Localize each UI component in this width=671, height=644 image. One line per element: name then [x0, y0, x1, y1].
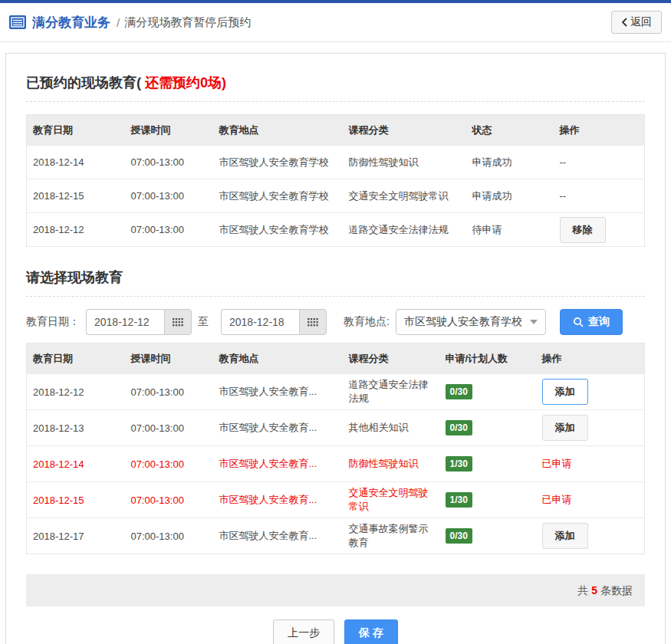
caret-down-icon	[530, 320, 538, 324]
add-button[interactable]: 添加	[542, 523, 588, 549]
table-row: 2018-12-17 07:00-13:00 市区驾驶人安全教育... 交通事故…	[27, 518, 645, 554]
date-filter-label: 教育日期：	[26, 315, 80, 329]
column-header-place: 教育地点	[213, 343, 343, 374]
column-header-action: 操作	[536, 343, 645, 374]
quota-badge: 0/30	[446, 528, 472, 544]
cell-place: 市区驾驶人安全教育学校	[213, 146, 343, 179]
table-row: 2018-12-12 07:00-13:00 市区驾驶人安全教育... 道路交通…	[27, 374, 645, 410]
column-header-status: 状态	[466, 115, 554, 146]
cell-time: 07:00-13:00	[125, 446, 213, 482]
date-from-group	[86, 309, 192, 335]
query-button-label: 查询	[588, 315, 610, 329]
cell-action: 已申请	[536, 446, 645, 482]
cell-quota: 1/30	[439, 446, 536, 482]
cell-place: 市区驾驶人安全教育学校	[213, 179, 343, 213]
footer-actions: 上一步 保 存	[26, 619, 645, 644]
add-button[interactable]: 添加	[542, 415, 588, 441]
cell-time: 07:00-13:00	[125, 410, 213, 446]
cell-quota: 0/30	[439, 518, 536, 554]
applied-status: 已申请	[542, 494, 572, 505]
cell-time: 07:00-13:00	[125, 146, 213, 179]
cell-course: 交通安全文明驾驶常识	[343, 179, 466, 213]
dashed-divider	[26, 296, 645, 297]
back-button[interactable]: 返回	[611, 11, 662, 34]
cell-action: 添加	[536, 410, 645, 446]
cell-date: 2018-12-12	[27, 213, 125, 247]
date-to-calendar-button[interactable]	[299, 309, 327, 335]
date-from-input[interactable]	[86, 309, 164, 335]
cell-place: 市区驾驶人安全教育...	[213, 518, 343, 554]
available-table: 教育日期 授课时间 教育地点 课程分类 申请/计划人数 操作 2018-12-1…	[26, 343, 645, 554]
cell-action: 已申请	[536, 482, 645, 518]
cell-action: 添加	[536, 518, 645, 554]
date-from-calendar-button[interactable]	[164, 309, 192, 335]
cell-action-none: --	[554, 179, 645, 213]
applied-status: 已申请	[542, 458, 572, 469]
cell-course: 交通安全文明驾驶常识	[343, 482, 439, 518]
back-button-label: 返回	[630, 15, 652, 29]
cell-action: 移除	[554, 213, 645, 247]
booked-table: 教育日期 授课时间 教育地点 课程分类 状态 操作 2018-12-14 07:…	[26, 114, 645, 247]
quota-badge: 0/30	[446, 420, 472, 435]
table-row: 2018-12-13 07:00-13:00 市区驾驶人安全教育... 其他相关…	[27, 410, 645, 446]
chevron-left-icon	[621, 18, 627, 27]
table-row: 2018-12-15 07:00-13:00 市区驾驶人安全教育... 交通安全…	[27, 482, 645, 518]
cell-date: 2018-12-12	[27, 374, 125, 410]
column-header-time: 授课时间	[125, 343, 213, 374]
column-header-course: 课程分类	[343, 115, 466, 146]
cell-status: 待申请	[466, 213, 554, 247]
content-card: 已预约的现场教育( 还需预约0场) 教育日期 授课时间 教育地点 课程分类 状态…	[5, 53, 666, 644]
date-to-group	[221, 309, 327, 335]
query-button[interactable]: 查询	[560, 309, 623, 335]
calendar-grid-icon	[173, 318, 183, 327]
column-header-date: 教育日期	[27, 343, 125, 374]
cell-time: 07:00-13:00	[125, 374, 213, 410]
dashed-divider	[26, 101, 645, 102]
cell-quota: 0/30	[439, 374, 536, 410]
date-to-input[interactable]	[221, 309, 299, 335]
location-select-value: 市区驾驶人安全教育学校	[404, 315, 522, 329]
add-button[interactable]: 添加	[542, 379, 588, 405]
table-row: 2018-12-14 07:00-13:00 市区驾驶人安全教育... 防御性驾…	[27, 446, 645, 482]
cell-status: 申请成功	[466, 146, 554, 179]
summary-bar: 共5条数据	[26, 574, 645, 606]
booked-table-header-row: 教育日期 授课时间 教育地点 课程分类 状态 操作	[27, 115, 645, 146]
cell-course: 防御性驾驶知识	[343, 146, 466, 179]
list-icon	[9, 15, 26, 29]
quota-badge: 0/30	[446, 384, 472, 399]
cell-time: 07:00-13:00	[125, 482, 213, 518]
save-button[interactable]: 保 存	[344, 619, 398, 644]
cell-course: 道路交通安全法律法规	[343, 213, 466, 247]
column-header-time: 授课时间	[125, 115, 213, 146]
cell-date: 2018-12-13	[27, 410, 125, 446]
remove-button[interactable]: 移除	[560, 217, 606, 243]
previous-step-button[interactable]: 上一步	[273, 619, 334, 644]
cell-course: 防御性驾驶知识	[343, 446, 439, 482]
cell-place: 市区驾驶人安全教育...	[213, 410, 343, 446]
column-header-date: 教育日期	[27, 115, 125, 146]
location-select[interactable]: 市区驾驶人安全教育学校	[396, 309, 546, 335]
cell-time: 07:00-13:00	[125, 213, 213, 247]
cell-action: 添加	[536, 374, 645, 410]
cell-date: 2018-12-14	[27, 446, 125, 482]
cell-course: 道路交通安全法律法规	[343, 374, 439, 410]
summary-prefix: 共	[577, 584, 588, 596]
breadcrumb-separator: /	[117, 16, 120, 29]
header: 满分教育业务 / 满分现场教育暂停后预约 返回	[0, 3, 671, 42]
quota-badge: 1/30	[446, 492, 472, 508]
select-section-title: 请选择现场教育	[26, 268, 645, 287]
breadcrumb-current: 满分现场教育暂停后预约	[124, 15, 251, 30]
booked-title-highlight: 还需预约0场	[145, 75, 222, 90]
cell-quota: 0/30	[439, 410, 536, 446]
place-filter-label: 教育地点:	[344, 315, 390, 329]
range-separator-label: 至	[198, 315, 209, 329]
table-row: 2018-12-15 07:00-13:00 市区驾驶人安全教育学校 交通安全文…	[27, 179, 645, 213]
column-header-place: 教育地点	[213, 115, 343, 146]
summary-count: 5	[591, 584, 597, 596]
app-title[interactable]: 满分教育业务	[32, 14, 110, 31]
booked-title-text: 已预约的现场教育(	[26, 75, 145, 90]
booked-section-title: 已预约的现场教育( 还需预约0场)	[26, 74, 645, 92]
column-header-quota: 申请/计划人数	[439, 343, 536, 374]
cell-course: 其他相关知识	[343, 410, 439, 446]
cell-time: 07:00-13:00	[125, 518, 213, 554]
